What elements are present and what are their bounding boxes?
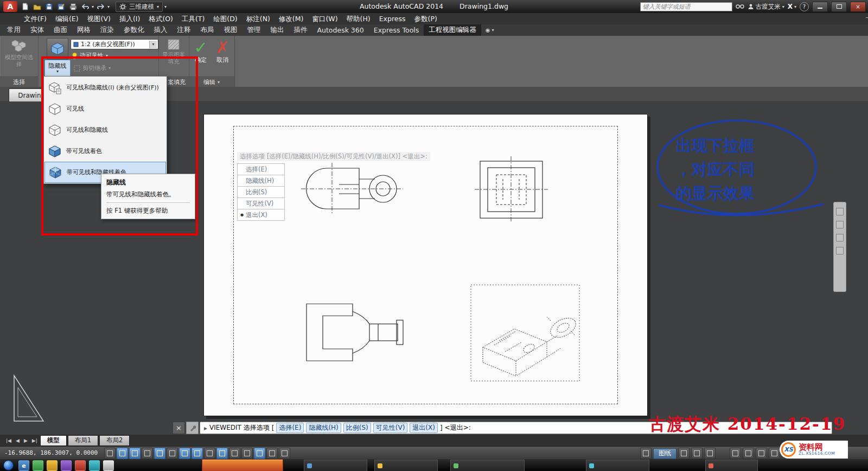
dropdown-item-shaded-visible[interactable]: 带可见线着色 xyxy=(44,141,166,162)
menu-parametric[interactable]: 参数(P) xyxy=(410,13,442,24)
ribbon-tab-manage[interactable]: 管理 xyxy=(242,24,266,36)
menu-format[interactable]: 格式(O) xyxy=(144,13,177,24)
transparency-toggle[interactable] xyxy=(241,448,253,459)
ribbon-tab-output[interactable]: 输出 xyxy=(266,24,289,36)
ribbon-tab-view[interactable]: 视图 xyxy=(219,24,242,36)
option-visibility[interactable]: 可见性(V) xyxy=(237,198,285,209)
taskbar-app-icon[interactable] xyxy=(33,460,43,471)
cancel-button[interactable]: ✗ 取消 xyxy=(213,40,232,64)
menu-draw[interactable]: 绘图(D) xyxy=(209,13,241,24)
nav-icon[interactable] xyxy=(836,234,844,241)
viewport-icon[interactable] xyxy=(640,448,652,459)
save-as-icon[interactable] xyxy=(56,2,66,11)
ribbon-tab-autodesk360[interactable]: Autodesk 360 xyxy=(312,24,369,36)
front-view[interactable] xyxy=(301,163,403,214)
ribbon-tab-mesh[interactable]: 网格 xyxy=(72,24,95,36)
menu-edit[interactable]: 编辑(E) xyxy=(51,13,83,24)
lwt-toggle[interactable] xyxy=(229,448,240,459)
isometric-view[interactable] xyxy=(471,285,579,381)
save-icon[interactable] xyxy=(44,2,54,11)
cmd-option-hidden[interactable]: 隐藏线(H) xyxy=(306,423,341,433)
ok-button[interactable]: ✓ 确定 xyxy=(191,40,210,64)
taskbar-window-button[interactable] xyxy=(586,460,649,471)
cmd-option-scale[interactable]: 比例(S) xyxy=(343,423,371,433)
infer-constraints-toggle[interactable] xyxy=(104,448,116,459)
otrack-toggle[interactable] xyxy=(192,448,203,459)
next-tab-icon[interactable]: ▶ xyxy=(22,438,29,443)
model-space-select-button[interactable]: 模型空间选择 xyxy=(2,39,36,68)
last-tab-icon[interactable]: ▶| xyxy=(30,438,39,443)
start-button[interactable] xyxy=(3,460,14,470)
menu-window[interactable]: 窗口(W) xyxy=(308,13,342,24)
ducs-toggle[interactable] xyxy=(204,448,215,459)
first-tab-icon[interactable]: |◀ xyxy=(4,438,13,443)
taskbar-active-app[interactable] xyxy=(202,459,283,471)
nav-icon[interactable] xyxy=(836,247,844,254)
clip-inherit-button[interactable]: 剪切继承 ▾ xyxy=(74,64,111,72)
isolate-icon[interactable] xyxy=(756,448,767,459)
dropdown-item-from-parent[interactable]: 可见线和隐藏线(I) (来自父视图(F)) xyxy=(44,77,166,98)
snap-toggle[interactable] xyxy=(117,448,128,459)
osnap-toggle[interactable] xyxy=(167,448,178,459)
option-exit[interactable]: ●退出(X) xyxy=(237,209,285,221)
show-hatch-button[interactable]: 显示图案填充 xyxy=(160,39,187,65)
display-style-button[interactable] xyxy=(47,38,68,60)
ribbon-tab-solid[interactable]: 实体 xyxy=(25,24,49,36)
menu-view[interactable]: 视图(V) xyxy=(83,13,115,24)
minimize-button[interactable] xyxy=(812,2,828,12)
tab-layout2[interactable]: 布局2 xyxy=(99,435,130,446)
taskbar-folder-icon[interactable] xyxy=(47,460,58,471)
quickview-layouts-icon[interactable] xyxy=(678,448,690,459)
ribbon-tab-insert[interactable]: 插入 xyxy=(149,24,173,36)
prev-tab-icon[interactable]: ◀ xyxy=(14,438,21,443)
cleanscreen-icon[interactable] xyxy=(769,448,780,459)
taskbar-app-icon[interactable] xyxy=(89,460,100,471)
navigation-bar[interactable] xyxy=(833,202,846,292)
option-hidden-lines[interactable]: 隐藏线(H) xyxy=(237,175,285,187)
tab-layout1[interactable]: 布局1 xyxy=(68,435,98,446)
ribbon-tab-drawing-view-editor[interactable]: 工程视图编辑器 xyxy=(424,24,481,36)
nav-icon[interactable] xyxy=(836,208,844,215)
ribbon-tab-annotate[interactable]: 注释 xyxy=(173,24,196,36)
dropdown-item-visible-hidden-lines[interactable]: 可见线和隐藏线 xyxy=(44,119,166,141)
hidden-lines-button[interactable]: 隐藏线 ▾ xyxy=(44,60,71,77)
exchange-apps[interactable]: X ▾ xyxy=(788,3,796,10)
osnap3d-toggle[interactable] xyxy=(179,448,190,459)
annotation-scale-icon[interactable] xyxy=(704,448,716,459)
undo-icon[interactable] xyxy=(80,2,90,11)
ribbon-tab-plugins[interactable]: 插件 xyxy=(289,24,312,36)
ribbon-tab-surface[interactable]: 曲面 xyxy=(49,24,72,36)
dropdown-item-visible-lines[interactable]: 可见线 xyxy=(44,98,166,119)
taskbar-window-button[interactable] xyxy=(705,460,758,471)
command-customize-icon[interactable] xyxy=(186,422,199,434)
dyn-toggle[interactable] xyxy=(216,448,228,459)
grid-toggle[interactable] xyxy=(129,448,141,459)
app-menu-icon[interactable]: A xyxy=(3,1,17,12)
doc-window-controls[interactable]: ─ ▫ × xyxy=(866,15,868,21)
cmd-option-exit[interactable]: 退出(X) xyxy=(410,423,438,433)
polar-toggle[interactable] xyxy=(154,448,165,459)
taskbar-app-icon[interactable] xyxy=(103,460,114,471)
menu-insert[interactable]: 插入(I) xyxy=(115,13,144,24)
ribbon-tab-layout[interactable]: 布局 xyxy=(196,24,219,36)
help-icon[interactable]: ? xyxy=(800,2,809,11)
qat-customize-icon[interactable]: ▾ xyxy=(164,4,167,9)
view-scale-combo[interactable]: 1:2 (来自父视图(F)) ▾ xyxy=(71,39,158,49)
ribbon-tab-express[interactable]: Express Tools xyxy=(369,24,424,36)
edge-visibility-button[interactable]: 边可见性 ▾ xyxy=(72,52,108,60)
quickview-drawings-icon[interactable] xyxy=(691,448,703,459)
undo-dropdown-icon[interactable]: ▾ xyxy=(92,4,94,9)
menu-file[interactable]: 文件(F) xyxy=(20,13,51,24)
lock-icon[interactable] xyxy=(743,448,754,459)
taskbar-app-icon[interactable] xyxy=(61,460,72,471)
redo-icon[interactable] xyxy=(95,2,106,11)
menu-modify[interactable]: 修改(M) xyxy=(275,13,308,24)
signin-user[interactable]: 古渡艾米 ▾ xyxy=(748,3,784,11)
ribbon-tab-parametric[interactable]: 参数化 xyxy=(119,24,149,36)
ortho-toggle[interactable] xyxy=(142,448,153,459)
plot-icon[interactable] xyxy=(68,2,78,11)
menu-express[interactable]: Express xyxy=(375,13,410,24)
close-button[interactable]: × xyxy=(850,2,866,12)
paper-model-toggle[interactable]: 图纸 xyxy=(653,448,676,459)
taskbar-window-button[interactable] xyxy=(374,460,438,471)
